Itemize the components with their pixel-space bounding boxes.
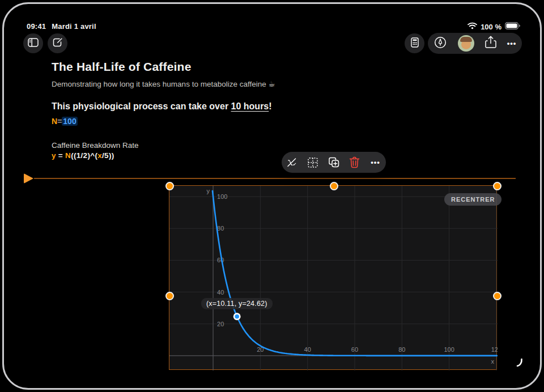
compose-button[interactable] <box>48 33 67 53</box>
equation: y = N((1/2)^(x/5)) <box>52 151 114 160</box>
underlined-text: 10 hours <box>231 101 269 111</box>
svg-text:y: y <box>207 188 210 194</box>
svg-text:100: 100 <box>217 193 227 200</box>
calculator-icon <box>411 37 419 50</box>
status-bar-left: 09:41Mardi 1 avril <box>27 22 102 31</box>
selection-ruler-line <box>34 178 516 179</box>
note-subtitle: Demonstrating how long it takes humans t… <box>52 79 275 88</box>
resize-handle-middle-right[interactable] <box>493 292 502 300</box>
battery-percent: 100 % <box>481 23 502 31</box>
note-actions-toolbar: ••• <box>428 33 522 54</box>
svg-text:120: 120 <box>491 346 498 353</box>
svg-text:40: 40 <box>304 346 311 353</box>
trash-icon[interactable] <box>346 154 363 171</box>
point-coordinates-label: (x=10.11, y=24.62) <box>201 298 273 309</box>
note-statement: This physiological process can take over… <box>52 101 272 112</box>
equation-label: Caffeine Breakdown Rate <box>52 141 139 150</box>
sidebar-icon <box>28 38 39 49</box>
variable-declaration: N=100 <box>52 117 78 126</box>
svg-text:100: 100 <box>444 346 454 353</box>
resize-handle-middle-left[interactable] <box>165 292 174 300</box>
svg-text:80: 80 <box>217 225 224 232</box>
share-button[interactable] <box>485 36 496 51</box>
svg-text:80: 80 <box>398 346 405 353</box>
variable-value-token[interactable]: 100 <box>62 117 77 126</box>
pencil-stroke <box>513 352 531 373</box>
markup-button[interactable] <box>434 36 447 52</box>
calculator-button[interactable] <box>405 33 424 53</box>
graph-block[interactable]: 2040608010012020406080100yx RECENTRER (x… <box>169 185 497 370</box>
graph-context-toolbar: ••• <box>282 152 386 173</box>
svg-text:60: 60 <box>351 346 358 353</box>
resize-handle-top-center[interactable] <box>330 182 338 190</box>
status-bar-right: 100 % <box>468 22 520 31</box>
note-title: The Half-Life of Caffeine <box>52 60 192 74</box>
svg-text:x: x <box>491 358 495 365</box>
svg-text:20: 20 <box>217 321 224 327</box>
graph-icon[interactable] <box>283 154 300 171</box>
avatar[interactable] <box>458 35 474 52</box>
svg-text:40: 40 <box>217 289 224 296</box>
clock: 09:41 <box>27 22 46 31</box>
duplicate-icon[interactable] <box>325 154 342 171</box>
more-button[interactable]: ••• <box>507 39 517 48</box>
wifi-icon <box>468 22 477 31</box>
graph-plot: 2040608010012020406080100yx <box>169 186 498 370</box>
resize-handle-top-right[interactable] <box>493 182 502 190</box>
line-marker-triangle[interactable] <box>24 173 33 184</box>
variable-name: N <box>52 117 57 126</box>
recenter-button[interactable]: RECENTRER <box>444 193 502 206</box>
sidebar-button[interactable] <box>23 33 43 53</box>
date: Mardi 1 avril <box>52 22 96 31</box>
more-icon[interactable]: ••• <box>367 154 384 171</box>
resize-handle-top-left[interactable] <box>165 182 174 190</box>
battery-icon <box>505 22 520 31</box>
compose-icon <box>53 37 63 49</box>
grid-icon[interactable] <box>304 154 321 171</box>
